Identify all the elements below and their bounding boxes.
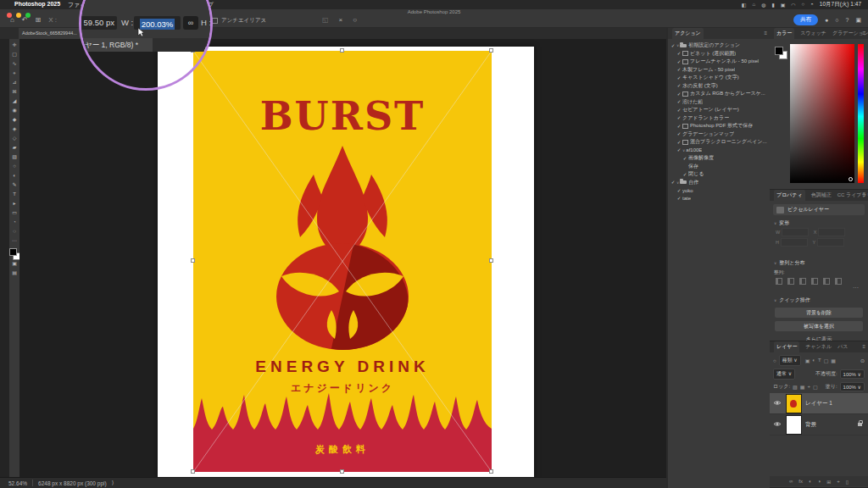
control-center-icon[interactable]: ◓: [810, 2, 814, 8]
action-row-7[interactable]: ✓溶けた鉛: [668, 98, 770, 107]
zoom-tool[interactable]: ◌: [9, 227, 19, 236]
transform-handle-5[interactable]: [191, 469, 195, 474]
collapse-arrow-icon[interactable]: ∨: [774, 221, 776, 225]
foreground-color-swatch[interactable]: [9, 248, 17, 256]
dialog-toggle-icon[interactable]: [682, 51, 688, 56]
poster-artwork[interactable]: BURST ENERGY DRINK エナジードリンク 炭酸飲料: [193, 51, 492, 472]
move-tool[interactable]: ✛: [9, 41, 19, 50]
layer-thumbnail[interactable]: [786, 394, 802, 413]
filter-shape-icon[interactable]: ▢: [824, 358, 829, 363]
antialias-checkbox[interactable]: [212, 18, 218, 24]
action-check[interactable]: ✓: [670, 180, 676, 185]
home-icon[interactable]: ⌂: [753, 2, 756, 8]
action-row-15[interactable]: 保存: [668, 163, 770, 171]
quick-selection-tool[interactable]: ⌖: [9, 69, 19, 78]
opacity-value[interactable]: 100% ∨: [840, 369, 865, 379]
action-row-5[interactable]: ✓水の反射 (文字): [668, 82, 770, 91]
panel-menu-icon[interactable]: ≡: [862, 30, 865, 36]
tab-layers-0[interactable]: レイヤー: [774, 341, 799, 352]
quick-mask-icon[interactable]: ▣: [9, 259, 19, 269]
dialog-toggle-icon[interactable]: [682, 92, 688, 97]
transform-handle-7[interactable]: [489, 469, 493, 474]
action-check[interactable]: ✓: [670, 43, 676, 48]
filter-search-icon[interactable]: ○: [773, 358, 776, 363]
align-right-icon[interactable]: [799, 278, 806, 285]
lasso-tool[interactable]: ∿: [9, 59, 19, 69]
action-row-9[interactable]: ✓クアドラントカラー: [668, 114, 770, 123]
shape-tool[interactable]: ▭: [9, 208, 19, 218]
tab-actions[interactable]: アクション: [672, 28, 704, 39]
action-check[interactable]: ✓: [676, 67, 682, 72]
lock-artboard-icon[interactable]: ▢: [813, 384, 818, 390]
panel-menu-icon[interactable]: ≡: [862, 344, 865, 349]
layer-mask-icon[interactable]: ◐: [809, 479, 812, 484]
wifi-icon[interactable]: ◠: [791, 2, 795, 8]
action-check[interactable]: ✓: [676, 75, 682, 80]
action-row-1[interactable]: ✓ビネット (選択範囲): [668, 50, 770, 58]
quick-action-button-0[interactable]: 背景を削除: [775, 308, 863, 318]
align-bottom-icon[interactable]: [835, 278, 842, 285]
lock-position-icon[interactable]: +: [807, 384, 810, 390]
crop-tool[interactable]: ⊿: [9, 78, 19, 87]
screen-mode-icon[interactable]: ▤: [9, 269, 19, 278]
filter-smart-icon[interactable]: ▦: [831, 358, 836, 363]
expand-arrow-icon[interactable]: ∨: [682, 148, 685, 152]
action-row-11[interactable]: ✓グラデーションマップ: [668, 130, 770, 139]
action-row-0[interactable]: ✓∨初期設定のアクション: [668, 42, 770, 50]
history-brush-tool[interactable]: ◇: [9, 134, 19, 143]
display-icon[interactable]: ◧: [742, 2, 747, 8]
action-check[interactable]: ✓: [676, 115, 682, 120]
action-row-13[interactable]: ✓∨af100E: [668, 147, 770, 155]
camera-icon[interactable]: ◍: [761, 2, 765, 8]
more-tools[interactable]: ⋯: [9, 236, 19, 246]
action-row-6[interactable]: ✓カスタム RGB からグレースケ...: [668, 90, 770, 98]
filter-pixel-icon[interactable]: ▣: [805, 358, 810, 363]
transform-handle-6[interactable]: [340, 469, 344, 474]
adjustment-layer-icon[interactable]: ◑: [818, 479, 821, 484]
action-check[interactable]: ✓: [676, 83, 682, 88]
action-row-12[interactable]: ✓混合ブラシクローニングペイン...: [668, 138, 770, 147]
visibility-eye-icon[interactable]: [772, 400, 782, 407]
commit-transform-button[interactable]: ○: [353, 16, 357, 24]
transform-handle-2[interactable]: [489, 48, 493, 53]
healing-brush-tool[interactable]: ◉: [9, 106, 19, 115]
gradient-tool[interactable]: ▨: [9, 152, 19, 162]
dialog-toggle-icon[interactable]: [682, 59, 688, 64]
zoom-level[interactable]: 52.64%: [8, 480, 27, 486]
action-row-14[interactable]: ✓画像解像度: [668, 154, 770, 163]
collapse-arrow-icon[interactable]: ∨: [774, 298, 776, 302]
filter-adjustment-icon[interactable]: ◐: [812, 358, 815, 363]
action-check[interactable]: ✓: [682, 172, 688, 177]
transform-handle-1[interactable]: [340, 48, 344, 53]
warp-mode-icon[interactable]: ◱: [322, 16, 329, 24]
transform-handle-4[interactable]: [489, 258, 493, 263]
dodge-tool[interactable]: ◐: [9, 171, 19, 180]
frame-tool[interactable]: ⊠: [9, 87, 19, 97]
path-select-tool[interactable]: ▸: [9, 199, 19, 208]
align-left-icon[interactable]: [776, 278, 782, 285]
action-row-4[interactable]: ✓キャストシャドウ (文字): [668, 74, 770, 82]
action-check[interactable]: ✓: [676, 92, 682, 97]
type-tool[interactable]: T: [9, 190, 19, 199]
eyedropper-tool[interactable]: ◢: [9, 97, 19, 106]
magnified-y-value-field[interactable]: 59.50 px: [79, 16, 117, 30]
undo-icon[interactable]: ↶: [22, 16, 28, 24]
panel-menu-icon[interactable]: ≡: [862, 192, 865, 197]
x-field[interactable]: [818, 228, 845, 236]
tab-properties-0[interactable]: プロパティ: [774, 190, 805, 201]
lock-pixels-icon[interactable]: ▦: [800, 384, 805, 390]
pen-tool[interactable]: ✎: [9, 180, 19, 190]
action-row-2[interactable]: ✓フレームチャンネル - 50 pixel: [668, 58, 770, 66]
align-center-v-icon[interactable]: [823, 278, 830, 285]
delete-layer-icon[interactable]: ▯: [846, 479, 849, 485]
filter-toggle-icon[interactable]: ⊙: [860, 358, 865, 363]
action-row-17[interactable]: ✓∨自作: [668, 179, 770, 187]
action-check[interactable]: ✓: [682, 156, 688, 161]
link-layers-icon[interactable]: ∞: [789, 479, 793, 484]
action-check[interactable]: ✓: [676, 147, 682, 152]
action-row-16[interactable]: ✓閉じる: [668, 170, 770, 179]
cancel-transform-button[interactable]: ×: [339, 16, 343, 24]
filter-type-dropdown[interactable]: 種類 ∨: [779, 355, 801, 366]
action-check[interactable]: ✓: [676, 140, 682, 145]
collapse-arrow-icon[interactable]: ∨: [774, 261, 776, 265]
